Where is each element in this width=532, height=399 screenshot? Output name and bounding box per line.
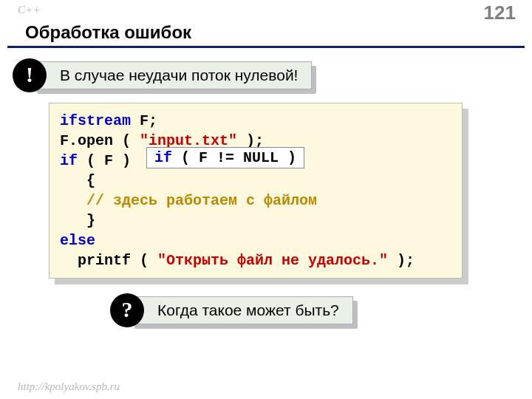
code-block: ifstream F; F.open ( "input.txt" ); if (… [49, 103, 463, 279]
exclamation-icon: ! [13, 58, 47, 92]
code-text: ( [113, 132, 140, 149]
warning-callout: ! В случае неудачи поток нулевой! [33, 61, 312, 89]
code-kw: else [60, 232, 95, 249]
footer-url: http://kpolyakov.spb.ru [18, 381, 120, 393]
code-text: ); [388, 252, 415, 269]
code-text: F; [131, 112, 157, 129]
question-callout: ? Когда такое может быть? [130, 296, 353, 324]
language-label: C++ [18, 4, 40, 16]
question-icon: ? [110, 293, 144, 327]
code-text: printf [78, 252, 131, 269]
code-text [60, 252, 78, 269]
code-text: ( F != NULL ) [172, 149, 296, 166]
code-kw: ifstream [60, 112, 131, 129]
code-kw: if [60, 152, 78, 169]
callout-body: ! В случае неудачи поток нулевой! [33, 61, 312, 89]
code-text: ( [131, 252, 157, 269]
code-annotation: if ( F != NULL ) [146, 147, 304, 168]
top-bar: C++ 121 [0, 0, 532, 21]
code-string: "Открыть файл не удалось." [157, 252, 388, 269]
code-text [60, 192, 86, 209]
code-text: { [60, 172, 95, 189]
page-number: 121 [484, 1, 516, 24]
page-title: Обработка ошибок [7, 21, 525, 48]
code-text: ( F ) [78, 152, 131, 169]
code-comment: // здесь работаем с файлом [86, 192, 317, 209]
callout-text: В случае неудачи поток нулевой! [60, 66, 298, 83]
code-kw: if [154, 149, 172, 166]
code-text: } [60, 212, 95, 229]
callout-text: Когда такое может быть? [157, 301, 339, 318]
callout-body: ? Когда такое может быть? [130, 296, 353, 324]
code-content: ifstream F; F.open ( "input.txt" ); if (… [49, 103, 463, 279]
code-text: F.open [60, 132, 113, 149]
